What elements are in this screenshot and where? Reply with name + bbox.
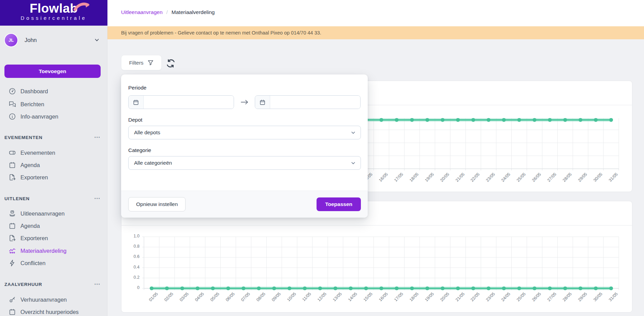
- y-tick-label: 0.6: [126, 254, 140, 259]
- data-point: [579, 118, 582, 122]
- categorie-label: Categorie: [128, 147, 361, 153]
- y-tick-label: 0.4: [126, 265, 140, 270]
- funnel-icon: [147, 59, 154, 66]
- sidebar-item-label: Uitleenaanvragen: [20, 210, 64, 217]
- calendar-icon: [8, 222, 16, 230]
- x-tick-label: 27/05: [539, 291, 557, 310]
- x-tick-label: 17/05: [385, 291, 404, 310]
- logo-arrow-icon: [73, 1, 91, 13]
- calendar-icon[interactable]: [129, 96, 144, 109]
- ticket-icon: [8, 149, 16, 157]
- data-point: [609, 286, 613, 290]
- topbar: Uitleenaanvragen / Materiaalverdeling: [107, 0, 644, 26]
- x-tick-label: 20/05: [431, 291, 450, 310]
- data-point: [563, 286, 567, 290]
- x-tick-label: 25/05: [508, 172, 527, 191]
- sidebar-item-verhuuraanvragen[interactable]: Verhuuraanvragen: [0, 293, 107, 306]
- periode-label: Periode: [128, 85, 361, 91]
- data-point: [532, 286, 536, 290]
- x-tick-label: 16/05: [370, 291, 389, 310]
- sidebar-item-conflicten[interactable]: Conflicten: [0, 257, 107, 270]
- section-overflow-icon[interactable]: ⋯: [94, 283, 101, 286]
- data-point: [303, 286, 307, 290]
- x-tick-label: 02/05: [156, 291, 174, 310]
- reset-filters-button[interactable]: Opnieuw instellen: [128, 197, 186, 211]
- date-from-input[interactable]: [144, 96, 234, 109]
- export-icon: [8, 234, 16, 242]
- x-tick-label: 28/05: [554, 172, 573, 191]
- x-tick-label: 06/05: [217, 291, 236, 310]
- user-menu[interactable]: JL John: [0, 29, 107, 51]
- sidebar-item-materiaalverdeling[interactable]: Materiaalverdeling: [0, 244, 107, 257]
- sidebar-item-label: Info-aanvragen: [20, 113, 58, 120]
- x-tick-label: 22/05: [462, 291, 481, 310]
- depot-label: Depot: [128, 117, 361, 123]
- section-header-zaalverhuur: ZAALVERHUUR ⋯: [0, 279, 107, 289]
- app-root: Flowlab Dossiercentrale JL John Toevoege…: [0, 0, 644, 316]
- data-point: [349, 286, 353, 290]
- key-icon: [8, 296, 16, 304]
- data-point: [579, 286, 582, 290]
- x-tick-label: 04/05: [186, 291, 205, 310]
- x-tick-label: 12/05: [309, 291, 327, 310]
- data-point: [196, 286, 200, 290]
- x-tick-label: 15/05: [355, 291, 374, 310]
- data-point: [272, 286, 276, 290]
- sidebar-item-label: Materiaalverdeling: [20, 248, 67, 254]
- data-point: [150, 286, 153, 290]
- section-overflow-icon[interactable]: ⋯: [94, 136, 101, 139]
- sidebar-item-label: Exporteren: [20, 174, 48, 181]
- data-point: [471, 118, 475, 122]
- sidebar-item-uitleenaanvragen[interactable]: Uitleenaanvragen: [0, 207, 107, 220]
- sidebar-item-overzicht-huurperiodes[interactable]: Overzicht huurperiodes: [0, 305, 107, 316]
- x-tick-label: 19/05: [416, 172, 435, 191]
- data-point: [257, 286, 261, 290]
- x-tick-label: 23/05: [477, 172, 496, 191]
- x-tick-label: 09/05: [263, 291, 281, 310]
- data-point: [241, 286, 245, 290]
- sidebar-item-exporteren-uitlenen[interactable]: Exporteren: [0, 232, 107, 245]
- data-point: [334, 286, 337, 290]
- filters-button[interactable]: Filters: [121, 55, 162, 70]
- categorie-select-value: Alle categorieën: [134, 160, 172, 166]
- calendar-icon: [8, 161, 16, 169]
- sidebar-item-evenementen[interactable]: Evenementen: [0, 146, 107, 159]
- data-point: [395, 118, 398, 122]
- data-point: [456, 118, 460, 122]
- x-tick-label: 31/05: [600, 172, 618, 191]
- calendar-icon[interactable]: [255, 96, 270, 109]
- section-overflow-icon[interactable]: ⋯: [94, 197, 101, 200]
- brand-subtitle: Dossiercentrale: [0, 15, 107, 21]
- data-point: [165, 286, 169, 290]
- sidebar-item-label: Overzicht huurperiodes: [20, 309, 79, 315]
- data-point: [594, 286, 598, 290]
- data-point: [379, 286, 383, 290]
- sidebar-item-exporteren-evenementen[interactable]: Exporteren: [0, 171, 107, 184]
- breadcrumb-link-uitleenaanvragen[interactable]: Uitleenaanvragen: [121, 9, 163, 15]
- categorie-select[interactable]: Alle categorieën: [128, 156, 361, 170]
- apply-filters-button[interactable]: Toepassen: [317, 197, 361, 211]
- y-tick-label: 0.8: [126, 244, 140, 249]
- data-point: [425, 118, 429, 122]
- data-point: [471, 286, 475, 290]
- depot-select[interactable]: Alle depots: [128, 126, 361, 139]
- notification-banner: Bij vragen of problemen - Gelieve contac…: [107, 26, 644, 39]
- date-to-input[interactable]: [270, 96, 360, 109]
- sidebar-item-label: Berichten: [20, 101, 44, 108]
- sidebar-item-dashboard[interactable]: Dashboard: [0, 85, 107, 98]
- date-from-group: [128, 95, 234, 109]
- data-point: [609, 118, 613, 122]
- sidebar-item-agenda-uitlenen[interactable]: Agenda: [0, 219, 107, 232]
- chevron-down-icon: [350, 130, 356, 137]
- refresh-button[interactable]: [166, 59, 175, 68]
- x-tick-label: 24/05: [493, 172, 511, 191]
- sidebar-item-agenda-evenementen[interactable]: Agenda: [0, 159, 107, 171]
- data-point: [502, 118, 506, 122]
- add-button[interactable]: Toevoegen: [4, 65, 101, 78]
- calendar-icon: [8, 308, 16, 316]
- sidebar-item-info-aanvragen[interactable]: Info-aanvragen: [0, 110, 107, 123]
- periode-row: [128, 95, 361, 109]
- sidebar-item-berichten[interactable]: Berichten: [0, 98, 107, 111]
- sidebar-item-label: Agenda: [20, 162, 40, 168]
- x-tick-label: 25/05: [508, 291, 527, 310]
